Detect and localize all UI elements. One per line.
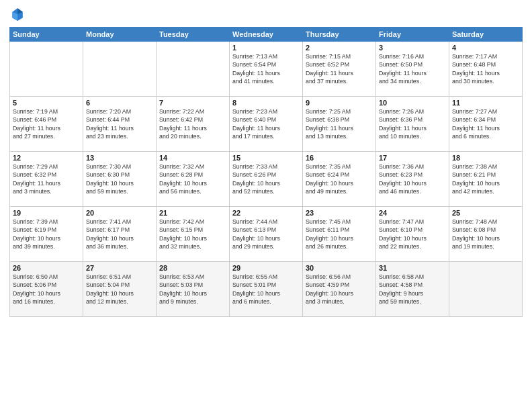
day-info: Sunrise: 7:32 AM Sunset: 6:28 PM Dayligh… (159, 163, 226, 195)
day-info: Sunrise: 7:44 AM Sunset: 6:13 PM Dayligh… (232, 218, 300, 250)
calendar-cell: 14Sunrise: 7:32 AM Sunset: 6:28 PM Dayli… (157, 152, 230, 207)
day-number: 11 (452, 99, 519, 107)
calendar-header-row: SundayMondayTuesdayWednesdayThursdayFrid… (10, 28, 523, 42)
day-info: Sunrise: 7:13 AM Sunset: 6:54 PM Dayligh… (232, 52, 300, 85)
logo-icon (9, 7, 24, 21)
calendar-week-5: 26Sunrise: 6:50 AM Sunset: 5:06 PM Dayli… (10, 262, 523, 317)
day-info: Sunrise: 7:20 AM Sunset: 6:44 PM Dayligh… (86, 107, 153, 140)
day-number: 29 (232, 264, 300, 272)
calendar-week-3: 12Sunrise: 7:29 AM Sunset: 6:32 PM Dayli… (10, 152, 523, 207)
day-number: 12 (13, 154, 80, 162)
col-header-thursday: Thursday (303, 28, 376, 42)
day-number: 18 (452, 154, 519, 162)
day-number: 21 (159, 209, 226, 217)
day-number: 14 (159, 154, 226, 162)
day-info: Sunrise: 7:25 AM Sunset: 6:38 PM Dayligh… (306, 107, 373, 140)
day-number: 23 (306, 209, 373, 217)
col-header-tuesday: Tuesday (157, 28, 230, 42)
day-info: Sunrise: 6:51 AM Sunset: 5:04 PM Dayligh… (86, 273, 153, 306)
day-info: Sunrise: 7:30 AM Sunset: 6:30 PM Dayligh… (86, 163, 153, 195)
day-info: Sunrise: 7:19 AM Sunset: 6:46 PM Dayligh… (13, 107, 80, 140)
calendar-cell: 15Sunrise: 7:33 AM Sunset: 6:26 PM Dayli… (230, 152, 303, 207)
day-info: Sunrise: 7:38 AM Sunset: 6:21 PM Dayligh… (452, 163, 519, 195)
page-header (9, 7, 523, 21)
calendar-cell (449, 262, 523, 317)
day-info: Sunrise: 6:53 AM Sunset: 5:03 PM Dayligh… (159, 273, 226, 306)
day-number: 2 (306, 44, 373, 52)
calendar-cell: 26Sunrise: 6:50 AM Sunset: 5:06 PM Dayli… (10, 262, 83, 317)
day-info: Sunrise: 7:42 AM Sunset: 6:15 PM Dayligh… (159, 218, 226, 250)
day-number: 15 (232, 154, 300, 162)
day-info: Sunrise: 7:15 AM Sunset: 6:52 PM Dayligh… (306, 52, 373, 85)
calendar-cell: 22Sunrise: 7:44 AM Sunset: 6:13 PM Dayli… (230, 207, 303, 262)
calendar-cell: 16Sunrise: 7:35 AM Sunset: 6:24 PM Dayli… (303, 152, 376, 207)
day-number: 19 (13, 209, 80, 217)
day-info: Sunrise: 7:35 AM Sunset: 6:24 PM Dayligh… (306, 163, 373, 195)
calendar-cell: 18Sunrise: 7:38 AM Sunset: 6:21 PM Dayli… (449, 152, 523, 207)
day-number: 8 (232, 99, 300, 107)
col-header-monday: Monday (83, 28, 157, 42)
day-info: Sunrise: 7:26 AM Sunset: 6:36 PM Dayligh… (379, 107, 446, 140)
day-number: 31 (379, 264, 446, 272)
day-number: 24 (379, 209, 446, 217)
day-info: Sunrise: 7:17 AM Sunset: 6:48 PM Dayligh… (452, 52, 519, 85)
day-number: 10 (379, 99, 446, 107)
day-number: 20 (86, 209, 153, 217)
day-number: 16 (306, 154, 373, 162)
page-container: SundayMondayTuesdayWednesdayThursdayFrid… (0, 0, 532, 411)
col-header-saturday: Saturday (449, 28, 523, 42)
day-number: 1 (232, 44, 300, 52)
day-number: 27 (86, 264, 153, 272)
day-info: Sunrise: 7:33 AM Sunset: 6:26 PM Dayligh… (232, 163, 300, 195)
calendar-cell: 23Sunrise: 7:45 AM Sunset: 6:11 PM Dayli… (303, 207, 376, 262)
day-info: Sunrise: 6:56 AM Sunset: 4:59 PM Dayligh… (306, 273, 373, 306)
day-number: 6 (86, 99, 153, 107)
calendar-cell: 8Sunrise: 7:23 AM Sunset: 6:40 PM Daylig… (230, 97, 303, 152)
calendar-cell: 4Sunrise: 7:17 AM Sunset: 6:48 PM Daylig… (449, 42, 523, 97)
calendar-cell: 25Sunrise: 7:48 AM Sunset: 6:08 PM Dayli… (449, 207, 523, 262)
day-number: 7 (159, 99, 226, 107)
calendar-table: SundayMondayTuesdayWednesdayThursdayFrid… (9, 27, 523, 317)
day-info: Sunrise: 7:36 AM Sunset: 6:23 PM Dayligh… (379, 163, 446, 195)
calendar-cell: 7Sunrise: 7:22 AM Sunset: 6:42 PM Daylig… (157, 97, 230, 152)
day-info: Sunrise: 7:23 AM Sunset: 6:40 PM Dayligh… (232, 107, 300, 140)
calendar-cell: 12Sunrise: 7:29 AM Sunset: 6:32 PM Dayli… (10, 152, 83, 207)
calendar-cell: 20Sunrise: 7:41 AM Sunset: 6:17 PM Dayli… (83, 207, 157, 262)
day-info: Sunrise: 7:16 AM Sunset: 6:50 PM Dayligh… (379, 52, 446, 85)
day-number: 4 (452, 44, 519, 52)
day-number: 13 (86, 154, 153, 162)
calendar-cell: 11Sunrise: 7:27 AM Sunset: 6:34 PM Dayli… (449, 97, 523, 152)
calendar-cell (83, 42, 157, 97)
day-number: 26 (13, 264, 80, 272)
day-info: Sunrise: 7:27 AM Sunset: 6:34 PM Dayligh… (452, 107, 519, 140)
calendar-cell (157, 42, 230, 97)
calendar-cell: 2Sunrise: 7:15 AM Sunset: 6:52 PM Daylig… (303, 42, 376, 97)
logo (9, 7, 26, 21)
calendar-cell: 13Sunrise: 7:30 AM Sunset: 6:30 PM Dayli… (83, 152, 157, 207)
calendar-week-4: 19Sunrise: 7:39 AM Sunset: 6:19 PM Dayli… (10, 207, 523, 262)
calendar-week-2: 5Sunrise: 7:19 AM Sunset: 6:46 PM Daylig… (10, 97, 523, 152)
col-header-sunday: Sunday (10, 28, 83, 42)
day-number: 17 (379, 154, 446, 162)
calendar-cell: 3Sunrise: 7:16 AM Sunset: 6:50 PM Daylig… (376, 42, 449, 97)
col-header-friday: Friday (376, 28, 449, 42)
day-info: Sunrise: 7:22 AM Sunset: 6:42 PM Dayligh… (159, 107, 226, 140)
calendar-cell: 19Sunrise: 7:39 AM Sunset: 6:19 PM Dayli… (10, 207, 83, 262)
calendar-cell: 24Sunrise: 7:47 AM Sunset: 6:10 PM Dayli… (376, 207, 449, 262)
day-info: Sunrise: 7:48 AM Sunset: 6:08 PM Dayligh… (452, 218, 519, 250)
calendar-cell: 5Sunrise: 7:19 AM Sunset: 6:46 PM Daylig… (10, 97, 83, 152)
day-number: 3 (379, 44, 446, 52)
calendar-cell (10, 42, 83, 97)
day-info: Sunrise: 6:58 AM Sunset: 4:58 PM Dayligh… (379, 273, 446, 306)
calendar-cell: 31Sunrise: 6:58 AM Sunset: 4:58 PM Dayli… (376, 262, 449, 317)
calendar-cell: 28Sunrise: 6:53 AM Sunset: 5:03 PM Dayli… (157, 262, 230, 317)
day-info: Sunrise: 6:55 AM Sunset: 5:01 PM Dayligh… (232, 273, 300, 306)
day-number: 25 (452, 209, 519, 217)
calendar-cell: 17Sunrise: 7:36 AM Sunset: 6:23 PM Dayli… (376, 152, 449, 207)
day-info: Sunrise: 6:50 AM Sunset: 5:06 PM Dayligh… (13, 273, 80, 306)
calendar-cell: 10Sunrise: 7:26 AM Sunset: 6:36 PM Dayli… (376, 97, 449, 152)
day-number: 5 (13, 99, 80, 107)
calendar-week-1: 1Sunrise: 7:13 AM Sunset: 6:54 PM Daylig… (10, 42, 523, 97)
day-number: 30 (306, 264, 373, 272)
day-number: 22 (232, 209, 300, 217)
